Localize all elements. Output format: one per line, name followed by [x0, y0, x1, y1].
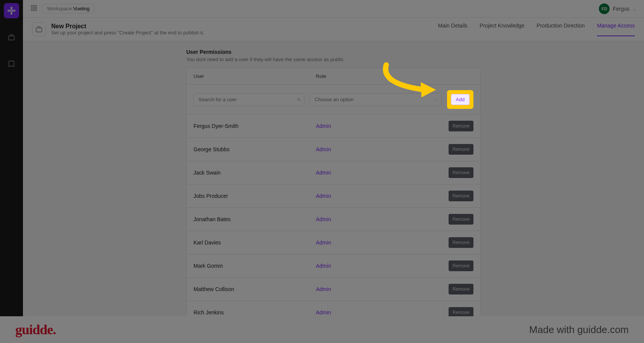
svg-rect-11	[35, 5, 37, 7]
remove-button[interactable]: Remove	[449, 237, 473, 248]
workspace-selector[interactable]: Workspace:Vueling	[42, 4, 94, 13]
svg-point-2	[11, 13, 12, 15]
svg-point-0	[10, 10, 13, 12]
role-select[interactable]: Choose an option ⌄	[310, 93, 442, 106]
chevron-down-icon: ⌄	[434, 97, 437, 102]
tab-project-knowledge[interactable]: Project Knowledge	[480, 23, 524, 36]
table-row: Jack SwainAdminRemove	[187, 161, 480, 184]
table-row: George StubbsAdminRemove	[187, 138, 480, 161]
project-header: New Project Set up your project and pres…	[23, 18, 644, 41]
remove-button[interactable]: Remove	[449, 144, 473, 155]
user-name: Fergus Dyer-Smith	[194, 123, 316, 129]
page-title: New Project	[51, 23, 204, 30]
user-name: Karl Davies	[194, 239, 316, 246]
table-row: Matthew CollisonAdminRemove	[187, 278, 480, 301]
app-logo[interactable]	[4, 3, 19, 18]
add-button[interactable]: Add	[451, 94, 470, 105]
svg-rect-13	[35, 8, 37, 10]
tab-manage-access[interactable]: Manage Access	[597, 23, 635, 36]
svg-rect-10	[31, 5, 33, 7]
table-row: Jobs ProducerAdminRemove	[187, 184, 480, 208]
table-row: Karl DaviesAdminRemove	[187, 231, 480, 254]
guidde-attribution: Made with guidde.com	[529, 324, 629, 336]
guidde-logo: guidde.	[15, 322, 56, 338]
add-button-highlight: Add	[447, 90, 473, 109]
section-description: You dont need to add a user if they will…	[186, 57, 481, 62]
left-nav-rail	[0, 0, 23, 316]
avatar[interactable]: FD	[599, 3, 610, 14]
svg-rect-12	[31, 8, 33, 10]
tab-production-direction[interactable]: Production Direction	[537, 23, 585, 36]
user-name: Jonathan Bates	[194, 216, 316, 222]
user-name: Jobs Producer	[194, 193, 316, 199]
apps-grid-icon[interactable]	[31, 5, 37, 13]
svg-point-3	[8, 10, 10, 11]
user-name: George Stubbs	[194, 146, 316, 152]
user-role: Admin	[316, 193, 439, 199]
remove-button[interactable]: Remove	[449, 121, 473, 131]
guidde-footer: guidde. Made with guidde.com	[0, 316, 644, 343]
book-icon[interactable]	[4, 57, 19, 72]
main-area: Workspace:Vueling FD Fergus ⌄ New Projec…	[23, 0, 644, 316]
table-row: Mark GommAdminRemove	[187, 254, 480, 278]
user-role: Admin	[316, 286, 439, 292]
user-role: Admin	[316, 309, 439, 315]
topbar: Workspace:Vueling FD Fergus ⌄	[23, 0, 644, 18]
user-role: Admin	[316, 216, 439, 222]
user-role: Admin	[316, 263, 439, 269]
user-name: Mark Gomm	[194, 263, 316, 269]
remove-button[interactable]: Remove	[449, 191, 473, 201]
user-role: Admin	[316, 146, 439, 152]
sort-icon: ⇅	[297, 98, 300, 102]
column-header-user: User	[194, 73, 316, 79]
chevron-down-icon[interactable]: ⌄	[633, 6, 636, 11]
user-role: Admin	[316, 239, 439, 246]
remove-button[interactable]: Remove	[449, 284, 473, 294]
remove-button[interactable]: Remove	[449, 167, 473, 178]
briefcase-icon[interactable]	[4, 30, 19, 45]
user-role: Admin	[316, 123, 439, 129]
table-row: Jonathan BatesAdminRemove	[187, 208, 480, 231]
search-user-input[interactable]: Search for a user ⇅	[194, 93, 304, 106]
svg-rect-14	[36, 28, 42, 32]
svg-point-4	[14, 10, 15, 11]
user-name: Matthew Collison	[194, 286, 316, 292]
svg-point-1	[11, 7, 12, 9]
column-header-role: Role	[316, 73, 439, 79]
briefcase-icon	[32, 23, 46, 36]
user-name: Rich Jenkins	[194, 309, 316, 315]
user-name: Jack Swain	[194, 170, 316, 176]
user-role: Admin	[316, 170, 439, 176]
tab-main-details[interactable]: Main Details	[438, 23, 467, 36]
role-placeholder: Choose an option	[315, 97, 354, 102]
content: User Permissions You dont need to add a …	[23, 41, 644, 343]
permissions-table: User Role Search for a user ⇅ Choose an …	[186, 68, 481, 324]
tab-bar: Main DetailsProject KnowledgeProduction …	[438, 23, 635, 36]
section-title: User Permissions	[186, 49, 481, 55]
svg-rect-9	[9, 36, 15, 40]
remove-button[interactable]: Remove	[449, 260, 473, 271]
workspace-name: Vueling	[73, 6, 89, 11]
table-row: Fergus Dyer-SmithAdminRemove	[187, 115, 480, 138]
remove-button[interactable]: Remove	[449, 214, 473, 225]
username-label: Fergus	[613, 6, 629, 12]
search-placeholder: Search for a user	[198, 97, 237, 102]
workspace-label: Workspace:	[47, 6, 73, 11]
page-subtitle: Set up your project and press "Create Pr…	[51, 30, 204, 36]
